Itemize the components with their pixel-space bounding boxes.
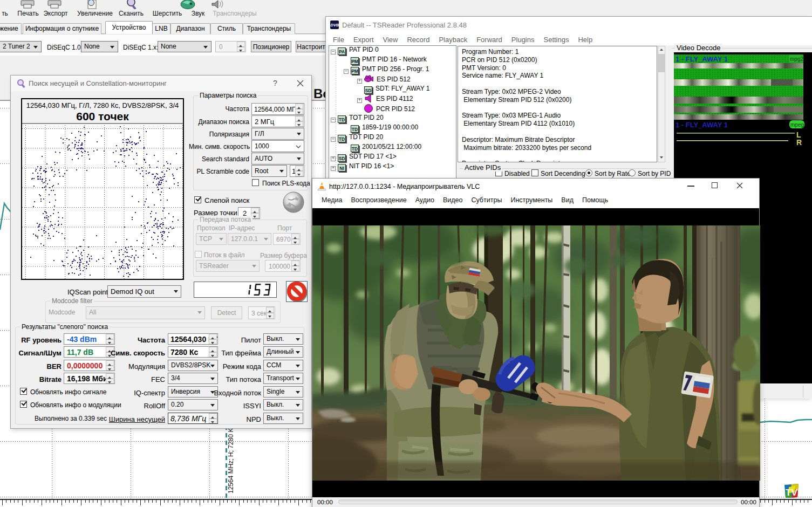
svg-text:DVB: DVB — [331, 23, 339, 28]
svg-text:R: R — [796, 138, 802, 147]
svg-text:TV: TV — [786, 488, 797, 498]
svg-text:1 - FLY_AWAY 1: 1 - FLY_AWAY 1 — [675, 55, 728, 63]
svg-text:mpg2: mpg2 — [790, 56, 803, 62]
svg-text:1 - FLY_AWAY 1: 1 - FLY_AWAY 1 — [675, 121, 728, 129]
svg-text:mpeg: mpeg — [790, 122, 804, 128]
